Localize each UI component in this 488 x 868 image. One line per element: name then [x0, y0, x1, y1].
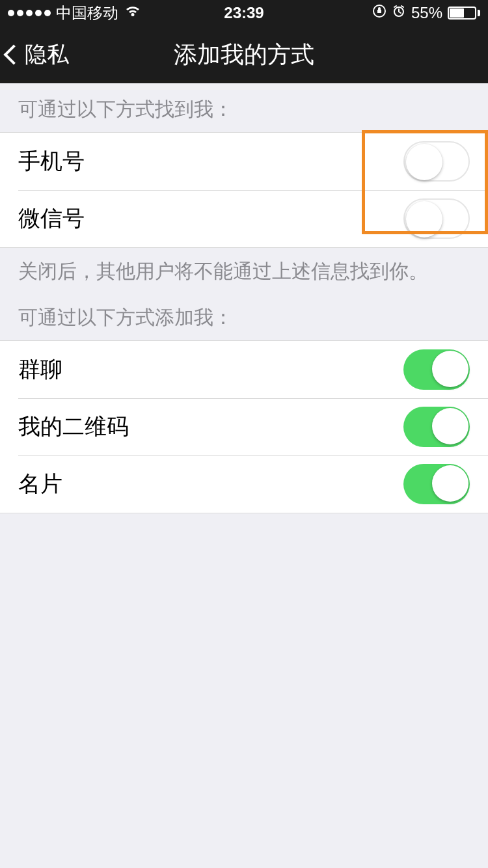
- row-wechat-id: 微信号: [0, 190, 488, 247]
- carrier-label: 中国移动: [56, 3, 118, 23]
- toggle-wechat-id[interactable]: [403, 198, 470, 239]
- row-label: 群聊: [18, 355, 62, 385]
- page-title: 添加我的方式: [174, 39, 314, 71]
- row-label: 我的二维码: [18, 412, 129, 442]
- status-time: 23:39: [224, 4, 264, 22]
- chevron-left-icon: [3, 44, 23, 64]
- toggle-qr-code[interactable]: [403, 407, 470, 447]
- toggle-group-chat[interactable]: [403, 349, 470, 390]
- back-button[interactable]: 隐私: [7, 26, 69, 83]
- row-label: 名片: [18, 469, 62, 499]
- section-header-find-me: 可通过以下方式找到我：: [0, 83, 488, 132]
- back-label: 隐私: [25, 40, 69, 70]
- battery-icon: [448, 7, 480, 20]
- toggle-name-card[interactable]: [403, 464, 470, 504]
- row-label: 手机号: [18, 146, 85, 176]
- group-find-me: 手机号 微信号: [0, 132, 488, 248]
- row-phone: 手机号: [0, 133, 488, 190]
- section-header-add-me: 可通过以下方式添加我：: [0, 292, 488, 340]
- status-right: 55%: [372, 4, 480, 22]
- wifi-icon: [124, 4, 142, 22]
- battery-pct: 55%: [411, 4, 442, 22]
- row-name-card: 名片: [0, 455, 488, 513]
- nav-bar: 隐私 添加我的方式: [0, 26, 488, 83]
- row-qr-code: 我的二维码: [0, 398, 488, 455]
- status-left: 中国移动: [8, 3, 142, 23]
- group-add-me: 群聊 我的二维码 名片: [0, 340, 488, 513]
- row-group-chat: 群聊: [0, 341, 488, 398]
- orientation-lock-icon: [372, 4, 386, 22]
- status-bar: 中国移动 23:39 55%: [0, 0, 488, 26]
- toggle-phone[interactable]: [403, 141, 470, 182]
- signal-dots-icon: [8, 10, 51, 16]
- alarm-icon: [392, 4, 406, 22]
- row-label: 微信号: [18, 204, 85, 234]
- section-footer-find-me: 关闭后，其他用户将不能通过上述信息找到你。: [0, 248, 488, 292]
